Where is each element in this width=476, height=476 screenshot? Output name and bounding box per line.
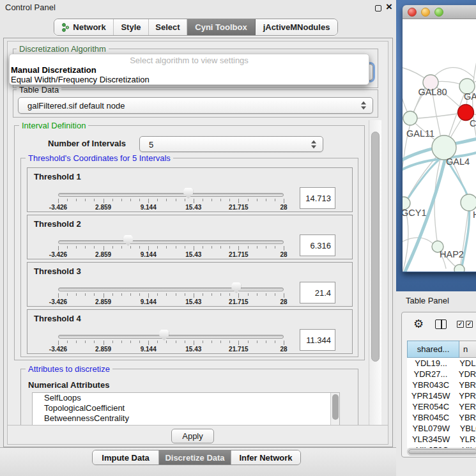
cell-shared-name: YDL19...	[407, 358, 455, 369]
tab-cyni-toolbox[interactable]: Cyni Toolbox	[187, 19, 256, 35]
threshold-value-field[interactable]: 21.4	[300, 282, 335, 303]
tab-label: jActiveMNodules	[263, 22, 330, 32]
slider-tick	[67, 199, 68, 201]
numerical-attributes-list: SelfLoopsTopologicalCoefficientBetweenne…	[32, 392, 340, 426]
slider-tick	[211, 199, 212, 201]
slider-tick-label: 21.715	[229, 251, 249, 258]
slider-tick-label: -3.426	[49, 204, 67, 211]
slider-tick	[229, 246, 230, 249]
close-icon[interactable]: ×	[386, 1, 392, 13]
table-row[interactable]: YPR145WYPR1	[407, 390, 476, 401]
close-traffic-light-icon[interactable]	[408, 8, 417, 17]
slider-tick	[266, 341, 266, 343]
list-scrollbar[interactable]	[330, 393, 339, 425]
list-scrollbar-thumb[interactable]	[332, 394, 339, 420]
cell-name: YER0	[454, 401, 476, 412]
settings-vertical-scrollbar[interactable]	[369, 120, 381, 426]
network-node[interactable]	[454, 265, 464, 272]
network-node-label: HAP2	[440, 249, 464, 259]
table-horizontal-scrollbar[interactable]	[407, 448, 476, 456]
slider-tick	[257, 199, 257, 201]
table-scrollbar-thumb[interactable]	[408, 449, 476, 454]
column-header-name[interactable]: n	[459, 341, 476, 358]
checkbox-icon[interactable]: ✓	[457, 321, 464, 328]
tab-impute-data[interactable]: Impute Data	[93, 450, 159, 464]
dropdown-option-equal-width-frequency[interactable]: Equal Width/Frequency Discretization	[11, 75, 150, 84]
slider-tick	[157, 293, 158, 296]
slider-tick	[121, 199, 122, 201]
slider-tick	[185, 341, 185, 343]
table-row[interactable]: YLR345WYLR3	[407, 434, 476, 445]
attribute-list-item[interactable]: TopologicalCoefficient	[33, 403, 339, 413]
tab-discretize-data[interactable]: Discretize Data	[159, 450, 231, 464]
threshold-slider-track[interactable]	[58, 335, 284, 339]
threshold-slider-thumb[interactable]	[159, 330, 169, 341]
slider-tick-label: 2.859	[95, 346, 111, 353]
slider-tick	[194, 293, 194, 298]
cell-shared-name: YLR345W	[407, 434, 455, 445]
threshold-value-field[interactable]: 6.316	[300, 234, 335, 256]
tab-select[interactable]: Select	[149, 19, 187, 35]
network-canvas[interactable]: GAL80GACGAL11GAL4GCY1HHAP2	[403, 19, 476, 272]
slider-tick-label: 15.43	[185, 251, 201, 258]
slider-tick	[76, 246, 77, 249]
attribute-list-item[interactable]: BetweennessCentrality	[33, 413, 339, 424]
minimize-traffic-light-icon[interactable]	[421, 8, 430, 17]
network-node-label: C	[470, 118, 476, 128]
attribute-list-item[interactable]: SelfLoops	[33, 393, 339, 403]
zoom-traffic-light-icon[interactable]	[434, 8, 443, 17]
threshold-slider-thumb[interactable]	[183, 188, 193, 199]
threshold-slider-thumb[interactable]	[123, 235, 133, 246]
cell-name: YDR2	[454, 369, 476, 380]
tab-style[interactable]: Style	[114, 19, 149, 35]
tab-network[interactable]: Network	[54, 19, 114, 35]
panel-title: Control Panel	[5, 3, 56, 12]
threshold-slider-thumb[interactable]	[231, 282, 241, 293]
slider-tick	[58, 199, 59, 203]
settings-scrollbar-thumb[interactable]	[371, 132, 380, 362]
right-region: GAL80GACGAL11GAL4GCY1HHAP2 Table Panel ⚙…	[396, 0, 476, 476]
slider-tick	[238, 246, 239, 250]
columns-icon[interactable]	[435, 319, 447, 329]
threshold-value-field[interactable]: 14.713	[300, 187, 335, 209]
table-row[interactable]: YBR045CYBR0	[407, 412, 476, 423]
threshold-panel: Threshold 1-3.4262.8599.14415.4321.71528…	[27, 167, 353, 212]
tab-label: Cyni Toolbox	[195, 22, 247, 32]
attributes-group-label: Attributes to discretize	[26, 364, 112, 374]
slider-tick	[266, 293, 266, 296]
slider-tick	[284, 293, 284, 298]
checkbox-icon[interactable]: ✓	[466, 321, 473, 328]
slider-tick	[203, 341, 203, 343]
table-row[interactable]: YBL079WYBL0	[407, 423, 476, 434]
slider-tick	[185, 293, 185, 296]
slider-tick	[248, 341, 249, 343]
gear-icon[interactable]: ⚙	[413, 317, 424, 331]
network-node[interactable]	[461, 194, 476, 211]
slider-tick	[275, 341, 275, 343]
table-data-combobox[interactable]: galFiltered.sif default node	[18, 97, 373, 114]
table-row[interactable]: YER054CYER0	[407, 401, 476, 412]
slider-tick	[211, 341, 212, 343]
threshold-slider-track[interactable]	[58, 288, 284, 291]
slider-tick	[76, 199, 77, 201]
column-header-shared-name[interactable]: shared...	[407, 341, 459, 358]
dropdown-option-manual-discretization[interactable]: Manual Discretization	[11, 65, 96, 75]
network-node[interactable]	[403, 111, 417, 125]
threshold-slider-track[interactable]	[58, 240, 284, 244]
table-row[interactable]: YDR27...YDR2	[407, 369, 476, 380]
table-row[interactable]: YDL19...YDL1	[407, 358, 476, 369]
float-window-icon[interactable]	[375, 5, 381, 12]
slider-tick	[139, 199, 140, 201]
tab-jactivemnodules[interactable]: jActiveMNodules	[256, 19, 337, 35]
slider-tick	[94, 341, 95, 343]
threshold-label: Threshold 1	[34, 172, 81, 181]
slider-tick	[220, 246, 221, 249]
network-icon	[61, 22, 70, 33]
slider-tick-label: 28	[280, 346, 287, 353]
threshold-value-field[interactable]: 11.344	[300, 329, 335, 351]
threshold-slider-track[interactable]	[58, 193, 284, 197]
tab-infer-network[interactable]: Infer Network	[231, 450, 300, 464]
number-of-intervals-combobox[interactable]: 5	[139, 136, 323, 152]
table-row[interactable]: YBR043CYBR0	[407, 380, 476, 390]
apply-button[interactable]: Apply	[171, 429, 214, 443]
